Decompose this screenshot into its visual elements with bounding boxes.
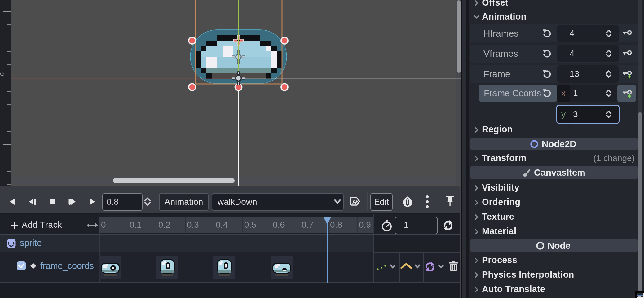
svg-text:A: A (352, 199, 356, 205)
svg-text:0: 0 (0, 72, 6, 76)
